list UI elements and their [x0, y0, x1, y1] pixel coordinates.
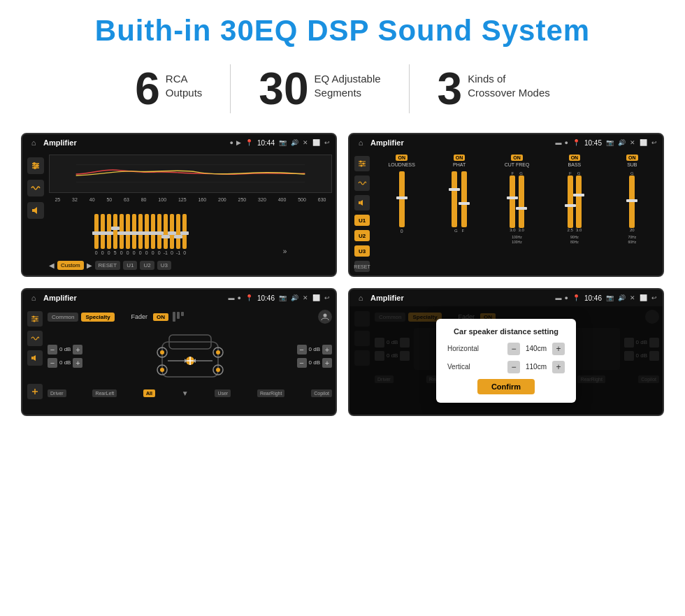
eq-slider-14[interactable]: 0	[182, 214, 187, 255]
xo-filter-btn[interactable]	[354, 156, 370, 171]
dialog-vertical-plus[interactable]: +	[552, 361, 565, 373]
xo-reset-btn[interactable]: RESET	[354, 261, 370, 272]
fader-copilot-btn[interactable]: Copilot	[311, 389, 332, 397]
bass-f-slider[interactable]	[568, 176, 573, 228]
eq-reset-btn[interactable]: RESET	[95, 261, 121, 270]
eq-u3-btn[interactable]: U3	[157, 261, 171, 270]
fader-left-db: − 0 dB + − 0 dB +	[48, 345, 82, 368]
dialog-horizontal-minus[interactable]: −	[507, 343, 520, 355]
fader-driver-btn[interactable]: Driver	[48, 389, 66, 397]
fader-minus-3[interactable]: −	[297, 345, 307, 354]
fader-minus-2[interactable]: −	[48, 358, 57, 368]
eq-slider-4[interactable]: 0	[120, 214, 124, 255]
fd-filter-btn[interactable]	[27, 311, 43, 327]
phat-on[interactable]: ON	[454, 155, 466, 161]
fader-profile-icon[interactable]	[318, 310, 332, 324]
eq-status-icons: ● ▶	[230, 139, 241, 146]
fader-plus-3[interactable]: +	[322, 345, 332, 354]
eq-slider-6[interactable]: 0	[132, 214, 136, 255]
fader-minus-4[interactable]: −	[297, 358, 307, 368]
stat-eq: 30 EQ AdjustableSegments	[231, 66, 408, 111]
pin-icon: 📍	[245, 139, 253, 146]
cutfreq-g-slider[interactable]	[519, 176, 524, 228]
xo-vol-btn[interactable]	[354, 195, 370, 210]
crossover-status-bar: ⌂ Amplifier ▬ ● 📍 10:45 📷 🔊 ✕ ⬜ ↩	[349, 134, 663, 151]
fd-wave-btn[interactable]	[27, 331, 43, 346]
eq-more-icon[interactable]: »	[280, 248, 287, 255]
dialog-vertical-row: Vertical − 110cm +	[447, 361, 565, 373]
fader-user-btn[interactable]: User	[215, 389, 231, 397]
crossover-status-title: Amplifier	[370, 138, 551, 147]
fader-plus-1[interactable]: +	[73, 345, 82, 354]
cutfreq-f-slider[interactable]	[510, 176, 515, 228]
phat-slider-1[interactable]	[452, 171, 457, 227]
eq-status-title: Amplifier	[43, 138, 226, 147]
eq-wave-btn[interactable]	[27, 180, 44, 196]
eq-next-btn[interactable]: ▶	[87, 262, 92, 269]
dialog-screen-box: ⌂ Amplifier ▬ ● 📍 10:46 📷 🔊 ✕ ⬜ ↩	[348, 288, 664, 416]
fader-plus-2[interactable]: +	[73, 358, 82, 368]
loudness-slider[interactable]	[399, 171, 405, 227]
home-icon-3[interactable]: ⌂	[28, 292, 39, 303]
fader-rearleft-btn[interactable]: RearLeft	[92, 389, 117, 397]
sub-g-slider[interactable]	[629, 176, 635, 228]
eq-left-controls	[26, 155, 45, 271]
fader-common-tab[interactable]: Common	[48, 313, 78, 322]
dialog-status-bar: ⌂ Amplifier ▬ ● 📍 10:46 📷 🔊 ✕ ⬜ ↩	[349, 289, 663, 306]
svg-point-29	[324, 314, 327, 317]
fader-rearright-btn[interactable]: RearRight	[257, 389, 285, 397]
xo-u2-btn[interactable]: U2	[354, 230, 370, 241]
sub-on[interactable]: ON	[626, 155, 638, 161]
eq-slider-2[interactable]: 0	[107, 214, 111, 255]
eq-u2-btn[interactable]: U2	[140, 261, 154, 270]
svg-marker-7	[34, 207, 37, 214]
fader-on-badge[interactable]: ON	[153, 313, 168, 321]
loudness-on[interactable]: ON	[396, 155, 408, 161]
confirm-button[interactable]: Confirm	[477, 379, 535, 394]
eq-speaker-btn[interactable]	[27, 202, 44, 219]
eq-slider-9[interactable]: 0	[151, 214, 155, 255]
vol-icon-2: 🔊	[618, 139, 626, 146]
xo-u1-btn[interactable]: U1	[354, 215, 370, 226]
dialog-vertical-minus[interactable]: −	[507, 361, 520, 373]
dialog-box: Car speaker distance setting Horizontal …	[436, 319, 576, 403]
eq-custom-btn[interactable]: Custom	[57, 261, 84, 270]
eq-slider-10[interactable]: 0	[157, 214, 161, 255]
fader-minus-1[interactable]: −	[48, 345, 57, 354]
dialog-status-title: Amplifier	[370, 294, 551, 302]
home-icon[interactable]: ⌂	[28, 137, 39, 148]
phat-slider-2[interactable]	[461, 171, 467, 227]
cutfreq-on[interactable]: ON	[511, 155, 523, 161]
xo-u3-btn[interactable]: U3	[354, 245, 370, 257]
eq-slider-0[interactable]: 0	[94, 214, 99, 255]
bass-on[interactable]: ON	[569, 155, 581, 161]
eq-slider-8[interactable]: 0	[145, 214, 149, 255]
fd-expand-btn[interactable]	[27, 384, 43, 399]
close-icon-4: ✕	[630, 294, 635, 301]
eq-filter-btn[interactable]	[27, 157, 44, 174]
fader-time: 10:46	[257, 294, 275, 302]
eq-prev-btn[interactable]: ◀	[49, 262, 55, 269]
vol-icon: 🔊	[291, 139, 298, 146]
eq-slider-3[interactable]: 5	[113, 214, 117, 255]
fd-speaker-btn[interactable]	[27, 350, 43, 366]
fader-plus-4[interactable]: +	[322, 358, 332, 368]
rect-icon: ▬	[556, 139, 562, 146]
fader-specialty-tab[interactable]: Specialty	[81, 313, 114, 322]
eq-slider-11[interactable]: -1	[164, 214, 168, 255]
eq-screen-box: ⌂ Amplifier ● ▶ 📍 10:44 📷 🔊 ✕ ⬜ ↩	[21, 133, 337, 277]
bass-g-slider[interactable]	[576, 176, 582, 228]
eq-slider-5[interactable]: 0	[126, 214, 130, 255]
home-icon-2[interactable]: ⌂	[355, 137, 366, 148]
eq-slider-12[interactable]: 0	[170, 214, 174, 255]
fader-all-btn[interactable]: All	[143, 389, 155, 397]
eq-u1-btn[interactable]: U1	[123, 261, 137, 270]
home-icon-4[interactable]: ⌂	[355, 292, 366, 303]
eq-slider-7[interactable]: 0	[138, 214, 143, 255]
eq-slider-1[interactable]: 0	[101, 214, 105, 255]
fader-db-row-1: − 0 dB +	[48, 345, 82, 354]
dialog-horizontal-plus[interactable]: +	[552, 343, 565, 355]
ch-phat: ON PHAT GF	[432, 155, 486, 272]
xo-wave-btn[interactable]	[354, 176, 370, 191]
stat-crossover: 3 Kinds ofCrossover Modes	[410, 66, 578, 111]
